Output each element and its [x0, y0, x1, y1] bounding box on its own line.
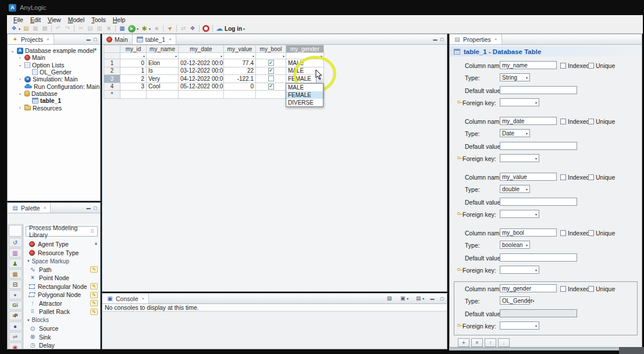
maximize-icon[interactable]: ▢	[93, 206, 97, 210]
maximize-icon[interactable]: ▢	[440, 296, 444, 301]
foreign-key-select[interactable]: ▾	[500, 321, 539, 330]
maximize-icon[interactable]: ▢	[93, 37, 97, 42]
tree-item-main[interactable]: ›Main	[8, 54, 100, 61]
column-header-my_date[interactable]: my_date	[179, 45, 224, 53]
default-value-input[interactable]	[500, 198, 577, 206]
palette-item-delay[interactable]: Delay	[24, 341, 100, 349]
filter-cell-my_name[interactable]: ▾	[147, 53, 179, 59]
default-value-input[interactable]	[500, 142, 577, 150]
menu-model[interactable]: Model	[65, 16, 88, 23]
tree-item-database[interactable]: ⌄Database	[8, 90, 100, 97]
cell-my_value[interactable]: 77.4	[224, 59, 256, 67]
unique-checkbox[interactable]	[588, 119, 594, 124]
tree-item-option-lists[interactable]: ⌄Option Lists	[8, 62, 100, 69]
analysis-category-icon[interactable]	[9, 248, 22, 258]
bool-checkbox[interactable]	[268, 84, 274, 90]
add-column-button[interactable]: +	[458, 338, 469, 347]
cell-my_name[interactable]: Cool	[147, 83, 179, 91]
indexed-checkbox[interactable]	[560, 174, 566, 180]
cell-my_id[interactable]: 1	[120, 67, 147, 76]
column-header-my_bool[interactable]: my_bool	[256, 45, 286, 53]
material-handling-category-icon[interactable]	[9, 321, 22, 331]
indexed-checkbox[interactable]	[560, 230, 566, 236]
library-selector[interactable]: Process Modeling Library ⠿	[26, 226, 98, 237]
error-check-button[interactable]	[165, 24, 175, 33]
palette-item-source[interactable]: Source	[24, 324, 100, 333]
debug-button[interactable]: ▾	[140, 24, 152, 33]
cell-my_name[interactable]: Elon	[147, 59, 179, 67]
cell-my_date[interactable]: 04-12-2022 00:00:00	[179, 75, 224, 83]
system-dynamics-category-icon[interactable]	[9, 332, 22, 341]
indexed-checkbox[interactable]	[560, 286, 566, 292]
close-tab-icon[interactable]: ×	[142, 296, 145, 301]
cell-my_bool[interactable]	[256, 59, 286, 67]
type-select[interactable]: Date▾	[500, 129, 530, 137]
cell-my_value[interactable]: -122.1	[224, 75, 256, 83]
column-header-my_gender[interactable]: my_gender	[286, 45, 324, 53]
row-header[interactable]: 2	[104, 67, 120, 76]
minimize-icon[interactable]: ▬	[430, 296, 434, 301]
cell-my_value[interactable]: 0	[224, 83, 256, 91]
gender-option-female[interactable]: FEMALE	[286, 91, 323, 99]
palette-item-pallet-rack[interactable]: Pallet Rack	[24, 307, 100, 316]
cell-my_name[interactable]: Is	[147, 67, 179, 76]
cell-my_value[interactable]: 22	[224, 67, 256, 76]
palette-item-polygonal-node[interactable]: Polygonal Node	[24, 291, 100, 299]
filter-cell-my_gender[interactable]: ▾	[286, 53, 324, 59]
menu-view[interactable]: View	[44, 16, 65, 23]
menu-tools[interactable]: Tools	[88, 16, 109, 23]
cell-my_date[interactable]	[179, 91, 224, 99]
palette-item-attractor[interactable]: Attractor	[24, 299, 100, 308]
new-model-button[interactable]: ▾	[9, 24, 22, 33]
close-tab-icon[interactable]: ×	[169, 37, 172, 42]
display-selected-console-button[interactable]: ▾	[399, 295, 408, 302]
column-name-input[interactable]	[500, 228, 557, 237]
column-header-my_name[interactable]: my_name	[147, 45, 179, 53]
open-model-button[interactable]	[22, 24, 31, 33]
row-header[interactable]: 4	[104, 83, 120, 91]
unique-checkbox[interactable]	[588, 174, 594, 180]
bool-checkbox[interactable]	[268, 68, 274, 74]
minimize-icon[interactable]: ▬	[86, 206, 90, 210]
statechart-category-icon[interactable]	[9, 238, 22, 247]
cell-my_bool[interactable]	[256, 83, 286, 91]
rail-category-icon[interactable]	[9, 269, 22, 278]
cell-my_gender[interactable]: MALE	[286, 59, 324, 67]
pedestrian-category-icon[interactable]	[9, 259, 22, 268]
unique-checkbox[interactable]	[588, 63, 594, 69]
cell-my_date[interactable]: 05-12-2022 00:00:00	[179, 83, 224, 91]
filter-cell-my_value[interactable]: ▾	[224, 53, 256, 59]
tree-item-table-1[interactable]: table_1	[8, 97, 100, 104]
console-tab[interactable]: Console ×	[102, 294, 149, 303]
palette-item-sink[interactable]: Sink	[24, 333, 100, 342]
filter-cell-my_bool[interactable]: ▾	[256, 53, 286, 59]
cell-my_id[interactable]: 0	[120, 59, 147, 67]
minimize-icon[interactable]: ▬	[433, 37, 437, 41]
default-value-input[interactable]	[500, 309, 577, 317]
editor-tab-main[interactable]: Main	[102, 34, 133, 44]
row-header[interactable]: *	[104, 91, 120, 99]
cell-my_id[interactable]	[120, 91, 147, 99]
properties-tab[interactable]: Properties ×	[450, 34, 502, 44]
cloud-login-button[interactable]: Log in▾	[215, 24, 246, 33]
foreign-key-select[interactable]: ▾	[500, 98, 539, 106]
cell-my_date[interactable]: 03-12-2022 00:00:00	[179, 67, 224, 76]
palette-item-agent-type[interactable]: Agent Type	[24, 240, 100, 249]
menu-file[interactable]: File	[10, 16, 27, 23]
help-button[interactable]	[201, 24, 211, 33]
indexed-checkbox[interactable]	[560, 119, 566, 124]
type-select[interactable]: boolean▾	[500, 241, 530, 249]
fluid-category-icon[interactable]	[9, 290, 22, 299]
open-console-button[interactable]: ▾	[415, 295, 424, 302]
gender-option-male[interactable]: MALE	[286, 84, 323, 91]
cell-my_id[interactable]: 3	[120, 83, 147, 91]
palette-item-rectangular-node[interactable]: Rectangular Node	[24, 283, 100, 291]
default-value-input[interactable]	[500, 253, 577, 262]
palette-item-point-node[interactable]: Point Node	[24, 274, 100, 283]
type-select[interactable]: OL_Gender▾	[500, 296, 530, 305]
close-tab-icon[interactable]: ×	[47, 37, 49, 42]
menu-edit[interactable]: Edit	[27, 16, 44, 23]
indexed-checkbox[interactable]	[560, 63, 566, 69]
bool-checkbox[interactable]	[268, 60, 274, 66]
row-header[interactable]: 1	[104, 59, 120, 67]
